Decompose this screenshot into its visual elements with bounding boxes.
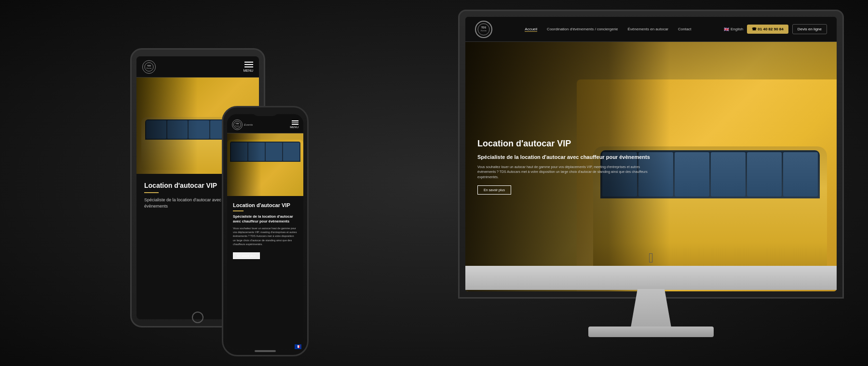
ipad-home-button[interactable] [192, 312, 203, 323]
svg-text:TDS: TDS [481, 26, 487, 29]
ipad-menu-line-3 [244, 66, 253, 67]
iphone-notch [251, 107, 280, 116]
iphone-home-indicator [255, 350, 276, 352]
hero-overlay: Location d'autocar VIP Spécialiste de la… [465, 42, 670, 291]
iphone-device: TDS Events Events MENU [222, 106, 309, 356]
imac-chin:  [465, 266, 837, 290]
ipad-divider [144, 192, 159, 193]
svg-text:Events: Events [147, 67, 152, 69]
bus-window-3 [675, 152, 709, 196]
iphone-body: TDS Events Events MENU [222, 106, 309, 356]
iphone-hero-image [227, 133, 303, 196]
ipad-logo-circle: TDS Events [142, 60, 156, 74]
logo-svg: TDS Events [477, 23, 490, 36]
nav-coordination[interactable]: Coordination d'événements / conciergerie [547, 27, 618, 31]
bus-window-4 [711, 152, 746, 196]
nav-right: 🇬🇧 English ☎ 01 40 82 90 84 Devis en lig… [724, 24, 827, 34]
hero-btn[interactable]: En savoir plus [477, 185, 511, 195]
iphone-menu-line-2 [292, 122, 298, 123]
flag-icon: 🇬🇧 [724, 27, 729, 32]
iphone-win-3 [266, 143, 282, 161]
bus-window-5 [747, 152, 782, 196]
iphone-logo-circle: TDS Events [232, 119, 243, 130]
iphone-logo: TDS Events Events [232, 119, 253, 130]
iphone-divider [233, 210, 244, 211]
bus-window-6 [783, 152, 818, 196]
svg-text:TDS: TDS [236, 123, 240, 125]
iphone-page-subtitle: Spécialiste de la location d'autocar ave… [233, 214, 298, 224]
scene: TDS Events Accueil Coordination d'événem… [0, 0, 868, 366]
site-nav: TDS Events Accueil Coordination d'événem… [465, 17, 837, 42]
iphone-page-title: Location d'autocar VIP [233, 202, 298, 209]
ipad-menu[interactable]: MENU [243, 62, 253, 72]
imac-base [588, 327, 714, 337]
iphone-logo-svg: TDS Events [233, 120, 242, 129]
ipad-dark-overlay [136, 78, 198, 174]
phone-button[interactable]: ☎ 01 40 82 90 84 [747, 25, 788, 34]
nav-contact[interactable]: Contact [678, 27, 692, 31]
flag-emoji: 🇫🇷 [296, 345, 300, 348]
french-flag: 🇫🇷 [295, 344, 301, 348]
hero-subtitle: Spécialiste de la location d'autocar ave… [477, 154, 658, 160]
iphone-page-text: Vous souhaitez louer un autocar haut de … [233, 226, 298, 246]
iphone-screen: TDS Events Events MENU [227, 114, 303, 348]
iphone-content: Location d'autocar VIP Spécialiste de la… [227, 196, 303, 265]
apple-logo:  [649, 250, 653, 266]
devis-button[interactable]: Devis en ligne [792, 24, 827, 34]
iphone-menu-line-3 [292, 124, 298, 125]
imac-body: TDS Events Accueil Coordination d'événem… [458, 10, 844, 299]
nav-english[interactable]: 🇬🇧 English [724, 27, 743, 32]
iphone-menu[interactable]: MENU [290, 120, 298, 129]
iphone-menu-label: MENU [290, 126, 298, 129]
iphone-nav: TDS Events Events MENU [227, 114, 303, 133]
iphone-dark-overlay [227, 133, 261, 196]
svg-text:Events: Events [481, 29, 487, 32]
hero-title: Location d'autocar VIP [477, 139, 658, 149]
svg-text:Events: Events [235, 125, 240, 127]
ipad-menu-line-2 [244, 64, 253, 65]
svg-point-3 [145, 63, 153, 71]
iphone-menu-line-1 [292, 120, 298, 121]
ipad-logo: TDS Events [142, 60, 156, 74]
english-label: English [731, 27, 743, 31]
ipad-menu-line-1 [244, 62, 253, 63]
nav-evenements[interactable]: Événements en autocar [628, 27, 669, 31]
ipad-menu-label: MENU [243, 69, 253, 72]
nav-accueil[interactable]: Accueil [525, 27, 537, 32]
svg-text:TDS: TDS [147, 65, 151, 67]
site-logo: TDS Events [475, 21, 492, 38]
nav-links: Accueil Coordination d'événements / conc… [525, 27, 691, 32]
iphone-btn[interactable]: En savoir plus [233, 252, 260, 259]
iphone-logo-brand: Events [244, 123, 253, 126]
ipad-logo-svg: TDS Events [144, 62, 154, 72]
ipad-nav: TDS Events MENU [136, 56, 259, 78]
hero-text: Vous souhaitez louer un autocar haut de … [477, 165, 658, 180]
imac-device: TDS Events Accueil Coordination d'événem… [458, 10, 844, 347]
iphone-win-4 [283, 143, 299, 161]
logo-circle: TDS Events [475, 21, 492, 38]
